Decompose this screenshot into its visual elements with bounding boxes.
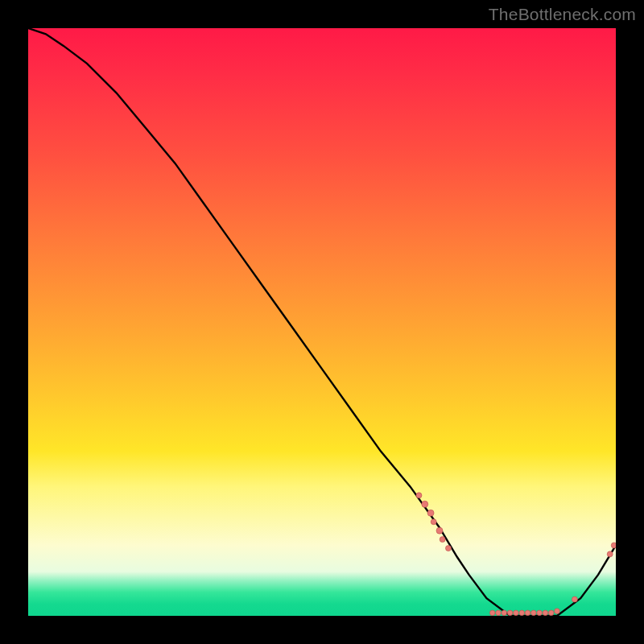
- scatter-dot: [611, 543, 616, 548]
- scatter-dot: [489, 610, 495, 616]
- scatter-dot: [440, 537, 445, 543]
- scatter-dot: [543, 610, 548, 616]
- scatter-dot: [572, 597, 577, 602]
- bottleneck-curve: [28, 28, 616, 616]
- scatter-dot: [607, 551, 613, 557]
- plot-area: [28, 28, 616, 616]
- scatter-dot: [531, 610, 537, 616]
- chart-svg: [28, 28, 616, 616]
- scatter-dot: [514, 610, 519, 616]
- scatter-dots: [416, 493, 616, 616]
- scatter-dot: [519, 610, 525, 616]
- curve-group: [28, 28, 616, 616]
- scatter-dot: [502, 610, 507, 616]
- scatter-dot: [427, 510, 434, 516]
- scatter-dot: [416, 493, 422, 498]
- chart-frame: TheBottleneck.com: [0, 0, 644, 644]
- scatter-dot: [422, 501, 428, 507]
- scatter-dot: [548, 610, 554, 616]
- scatter-dot: [555, 609, 560, 614]
- scatter-dot: [525, 610, 530, 616]
- scatter-dot: [431, 519, 436, 525]
- scatter-dot: [507, 610, 513, 616]
- scatter-dot: [445, 546, 451, 551]
- scatter-dot: [537, 610, 543, 616]
- watermark-text: TheBottleneck.com: [489, 5, 636, 24]
- scatter-dot: [496, 610, 502, 616]
- scatter-dot: [436, 527, 443, 534]
